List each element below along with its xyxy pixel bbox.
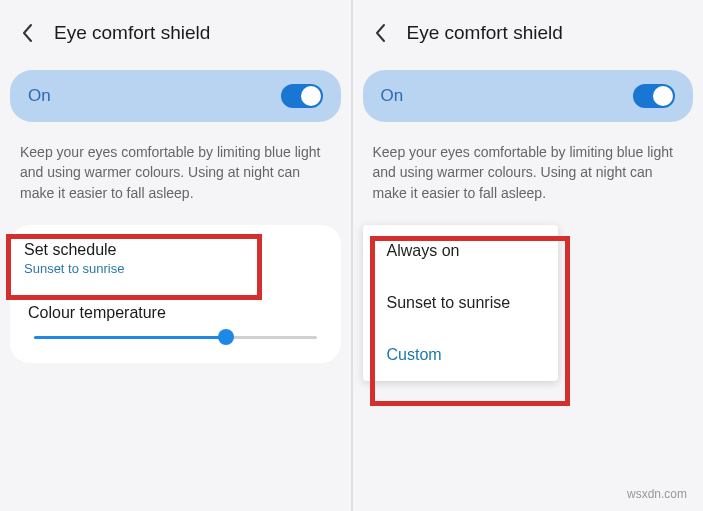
slider-fill — [34, 336, 226, 339]
highlight-box-left — [6, 234, 262, 300]
panel-left: Eye comfort shield On Keep your eyes com… — [0, 0, 353, 511]
back-icon[interactable] — [18, 23, 38, 43]
temp-title: Colour temperature — [28, 304, 323, 322]
description-text: Keep your eyes comfortable by limiting b… — [0, 136, 351, 221]
slider-track — [34, 336, 317, 339]
toggle-label: On — [28, 86, 51, 106]
master-toggle-row[interactable]: On — [363, 70, 694, 122]
description-text: Keep your eyes comfortable by limiting b… — [353, 136, 704, 221]
page-title: Eye comfort shield — [54, 22, 210, 44]
toggle-switch[interactable] — [633, 84, 675, 108]
page-title: Eye comfort shield — [407, 22, 563, 44]
toggle-switch[interactable] — [281, 84, 323, 108]
slider-thumb[interactable] — [218, 329, 234, 345]
colour-temperature-item: Colour temperature — [10, 290, 341, 361]
master-toggle-row[interactable]: On — [10, 70, 341, 122]
toggle-label: On — [381, 86, 404, 106]
highlight-box-right — [370, 236, 570, 406]
back-icon[interactable] — [371, 23, 391, 43]
watermark: wsxdn.com — [627, 487, 687, 501]
temp-slider[interactable] — [28, 336, 323, 347]
header: Eye comfort shield — [353, 0, 704, 66]
header: Eye comfort shield — [0, 0, 351, 66]
